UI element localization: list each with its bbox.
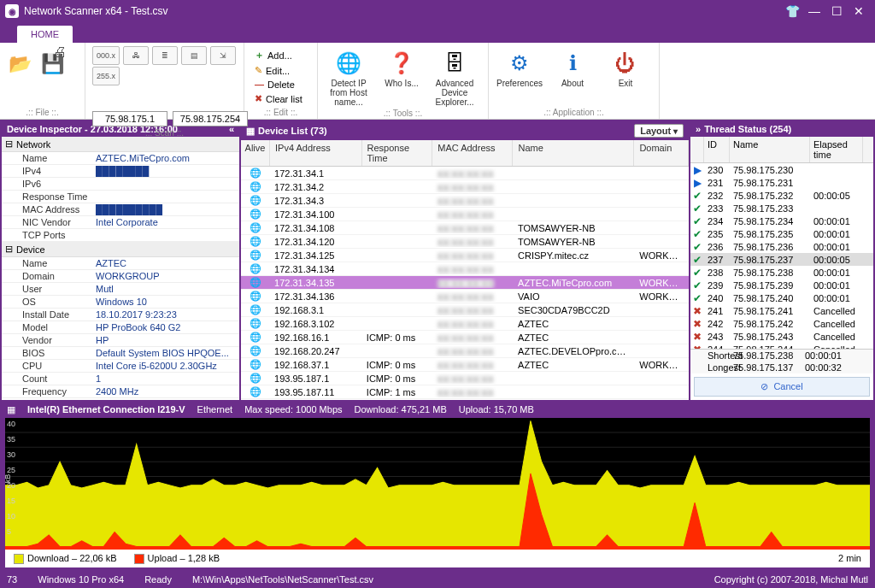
thread-row[interactable]: ✔23775.98.175.23700:00:05: [690, 253, 873, 266]
inspector-row[interactable]: NameAZTEC.MiTeCpro.com: [2, 152, 239, 165]
cancel-button[interactable]: ⊘ Cancel: [694, 377, 870, 397]
whois-button[interactable]: ❓Who Is...: [378, 46, 426, 88]
scan-mode-list[interactable]: ≣: [152, 46, 178, 65]
col-thread-name[interactable]: Name: [730, 137, 810, 162]
col-thread-id[interactable]: ID: [704, 137, 730, 162]
open-icon[interactable]: 📂: [7, 51, 32, 77]
thread-row[interactable]: ✔23975.98.175.23900:00:01: [690, 279, 873, 291]
device-row[interactable]: 🌐172.31.34.120XX XX XX XXTOMSAWYER-NB: [241, 235, 689, 249]
device-row[interactable]: 🌐192.168.16.1ICMP: 0 msXX XX XX XXAZTEC: [241, 331, 689, 344]
power-icon: ⏻: [612, 50, 639, 77]
play-icon: ▶: [694, 164, 702, 176]
clear-list-button[interactable]: ✖Clear list: [251, 92, 306, 105]
maximize-button[interactable]: ☐: [825, 3, 848, 20]
inspector-row[interactable]: IPv6: [2, 178, 239, 191]
inspector-row[interactable]: BIOSDefault System BIOS HPQOE...: [2, 347, 239, 360]
nic-upload: Upload: 15,70 MB: [459, 404, 534, 415]
status-os: Windows 10 Pro x64: [38, 574, 124, 585]
download-swatch: [14, 554, 24, 564]
device-row[interactable]: 🌐192.168.3.1XX XX XX XXSEC30CDA79BCC2D: [241, 303, 689, 317]
tab-home[interactable]: HOME: [17, 26, 73, 43]
add-button[interactable]: ＋Add...: [251, 48, 306, 62]
inspector-row[interactable]: CPUIntel Core i5-6200U 2.30GHz: [2, 360, 239, 373]
ip-range-from[interactable]: [92, 111, 167, 126]
about-button[interactable]: ℹAbout: [549, 46, 596, 88]
edit-button[interactable]: ✎Edit...: [251, 64, 306, 77]
device-row[interactable]: 🌐193.95.187.19ICMP: 1 msXX XX XX XX: [241, 399, 689, 400]
thread-row[interactable]: ▶23175.98.175.231: [690, 176, 873, 189]
thread-row[interactable]: ✔23275.98.175.23200:00:05: [690, 189, 873, 202]
device-row[interactable]: 🌐192.168.20.247XX XX XX XXAZTEC.DEVELOPp…: [241, 344, 689, 358]
device-row[interactable]: 🌐193.95.187.11ICMP: 1 msXX XX XX XX: [241, 385, 689, 399]
inspector-row[interactable]: Memory8192 MB: [2, 398, 239, 400]
expand-icon[interactable]: »: [696, 124, 701, 134]
ip-range-to[interactable]: [173, 111, 248, 126]
inspector-row[interactable]: VendorHP: [2, 334, 239, 347]
check-icon: ✔: [693, 254, 702, 266]
shirt-icon[interactable]: 👕: [781, 3, 803, 20]
col-response-time[interactable]: Response Time: [362, 140, 433, 166]
inspector-row[interactable]: NameAZTEC: [2, 257, 239, 270]
inspector-row[interactable]: NIC VendorIntel Corporate: [2, 216, 239, 229]
exit-button[interactable]: ⏻Exit: [602, 46, 649, 88]
device-row[interactable]: 🌐192.168.3.102XX XX XX XXAZTEC: [241, 317, 689, 331]
thread-row[interactable]: ✖24475.98.175.244Cancelled: [690, 343, 873, 349]
col-alive[interactable]: Alive: [241, 140, 270, 166]
thread-row[interactable]: ✔24075.98.175.24000:00:01: [690, 291, 873, 304]
inspector-row[interactable]: Response Time: [2, 191, 239, 203]
y-axis-label: kB: [5, 474, 12, 484]
col-name[interactable]: Name: [513, 140, 634, 166]
thread-row[interactable]: ✔23675.98.175.23600:00:01: [690, 240, 873, 253]
thread-row[interactable]: ✔23475.98.175.23400:00:01: [690, 215, 873, 227]
device-row[interactable]: 🌐172.31.34.135XX XX XX XXAZTEC.MiTeCpro.…: [241, 276, 689, 290]
detect-ip-button[interactable]: 🌐Detect IP from Host name...: [325, 46, 373, 107]
preferences-button[interactable]: ⚙Preferences: [496, 46, 543, 88]
print-icon[interactable]: 🖨: [53, 44, 67, 60]
device-row[interactable]: 🌐172.31.34.1XX XX XX XX: [241, 167, 689, 180]
inspector-row[interactable]: Install Date18.10.2017 9:23:23: [2, 309, 239, 321]
inspector-row[interactable]: DomainWORKGROUP: [2, 270, 239, 283]
thread-row[interactable]: ✔23575.98.175.23500:00:01: [690, 227, 873, 240]
inspector-section[interactable]: ⊟ Device: [2, 242, 239, 257]
device-row[interactable]: 🌐172.31.34.100XX XX XX XX: [241, 208, 689, 221]
scan-mode-sheet[interactable]: ▤: [181, 46, 207, 65]
scan-mode-devices[interactable]: 🖧: [123, 46, 149, 65]
inspector-row[interactable]: Count1: [2, 373, 239, 385]
scan-preset-1[interactable]: 000.x: [92, 46, 120, 65]
minimize-button[interactable]: —: [803, 3, 825, 20]
thread-row[interactable]: ✔23875.98.175.23800:00:01: [690, 266, 873, 279]
thread-row[interactable]: ✖24175.98.175.241Cancelled: [690, 304, 873, 317]
ribbon-tools-label: .:: Tools ::.: [325, 107, 481, 118]
col-mac[interactable]: MAC Address: [432, 140, 513, 166]
col-domain[interactable]: Domain: [634, 140, 689, 166]
device-row[interactable]: 🌐192.168.37.1ICMP: 0 msXX XX XX XXAZTECW…: [241, 358, 689, 372]
col-ip[interactable]: IPv4 Address: [270, 140, 362, 166]
thread-row[interactable]: ✖24275.98.175.242Cancelled: [690, 317, 873, 330]
device-row[interactable]: 🌐172.31.34.2XX XX XX XX: [241, 180, 689, 194]
inspector-row[interactable]: MAC Address██████████: [2, 203, 239, 216]
inspector-row[interactable]: ModelHP ProBook 640 G2: [2, 321, 239, 334]
scan-mode-export[interactable]: ⇲: [210, 46, 236, 65]
close-button[interactable]: ✕: [848, 3, 870, 20]
delete-button[interactable]: —Delete: [251, 79, 306, 91]
device-row[interactable]: 🌐172.31.34.3XX XX XX XX: [241, 194, 689, 208]
device-row[interactable]: 🌐172.31.34.108XX XX XX XXTOMSAWYER-NB: [241, 221, 689, 235]
device-row[interactable]: 🌐172.31.34.134XX XX XX XX: [241, 262, 689, 276]
inspector-row[interactable]: UserMutl: [2, 283, 239, 296]
inspector-row[interactable]: IPv4████████: [2, 165, 239, 178]
inspector-row[interactable]: TCP Ports: [2, 229, 239, 242]
inspector-section[interactable]: ⊟ Network: [2, 137, 239, 152]
col-elapsed[interactable]: Elapsed time: [810, 137, 863, 162]
inspector-row[interactable]: Frequency2400 MHz: [2, 385, 239, 398]
device-row[interactable]: 🌐172.31.34.136XX XX XX XXVAIOWORKGRO: [241, 290, 689, 303]
layout-button[interactable]: Layout ▾: [634, 124, 684, 138]
chart-legend: Download – 22,06 kB Upload – 1,28 kB 2 m…: [5, 550, 870, 567]
thread-row[interactable]: ✔23375.98.175.233: [690, 202, 873, 215]
scan-preset-2[interactable]: 255.x: [92, 67, 120, 85]
inspector-row[interactable]: OSWindows 10: [2, 296, 239, 309]
advanced-explorer-button[interactable]: 🗄Advanced Device Explorer...: [431, 46, 479, 107]
device-row[interactable]: 🌐193.95.187.1ICMP: 0 msXX XX XX XX: [241, 372, 689, 385]
thread-row[interactable]: ▶23075.98.175.230: [690, 163, 873, 176]
device-row[interactable]: 🌐172.31.34.125XX XX XX XXCRISPY.mitec.cz…: [241, 249, 689, 262]
thread-row[interactable]: ✖24375.98.175.243Cancelled: [690, 330, 873, 343]
